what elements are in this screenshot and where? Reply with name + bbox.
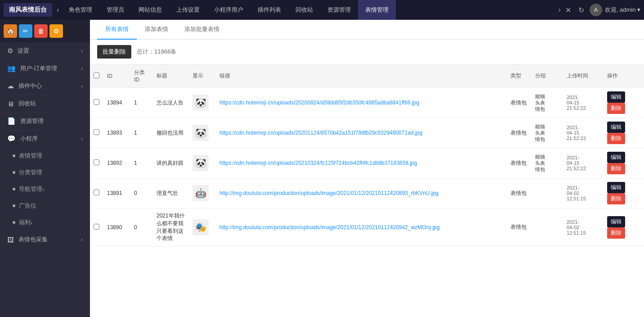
row-catid: 0 xyxy=(130,178,153,208)
sidebar-item-label: 插件中心 xyxy=(18,82,42,90)
sidebar-item-label: 用户-订单管理 xyxy=(20,64,57,72)
header-id: ID xyxy=(103,64,130,88)
tab-添加批量表情[interactable]: 添加批量表情 xyxy=(176,20,228,40)
row-actions: 编辑删除 xyxy=(604,88,644,118)
nav-right: ✕ ↻ A 欢迎, admin ▾ xyxy=(564,4,640,16)
edit-button[interactable]: 编辑 xyxy=(607,182,625,193)
nav-item-资源管理[interactable]: 资源管理 xyxy=(320,0,358,20)
image-link[interactable]: http://img.doutula.com/production/upload… xyxy=(219,190,438,196)
header-title: 标题 xyxy=(153,64,189,88)
sidebar-item-user-order[interactable]: 👥用户-订单管理› xyxy=(0,60,90,77)
dot-icon xyxy=(13,204,15,207)
edit-button[interactable]: ✏ xyxy=(19,24,32,38)
row-catid: 0 xyxy=(130,208,153,246)
delete-row-button[interactable]: 删除 xyxy=(607,163,625,174)
sidebar-item-category-manage[interactable]: 分类管理 xyxy=(0,164,90,181)
nav-item-角色管理[interactable]: 角色管理 xyxy=(62,0,99,20)
row-link: http://img.doutula.com/production/upload… xyxy=(216,178,507,208)
sidebar-item-miniapp[interactable]: 💬小程序› xyxy=(0,130,90,148)
refresh-icon[interactable]: ↻ xyxy=(577,4,586,16)
table-row: 1389002021年我什么都不要我只要看到这个表情🎭http://img.do… xyxy=(90,208,644,246)
nav-item-插件列表[interactable]: 插件列表 xyxy=(250,0,288,20)
row-title: 撤回也没用 xyxy=(153,118,189,148)
nav-item-表情管理[interactable]: 表情管理 xyxy=(358,0,396,20)
tab-添加表情[interactable]: 添加表情 xyxy=(137,20,176,40)
header-actions: 操作 xyxy=(604,64,644,88)
header-time: 上传时间 xyxy=(563,64,604,88)
delete-row-button[interactable]: 删除 xyxy=(607,133,625,144)
sidebar-item-emoji-collect[interactable]: 🖼表情包采集› xyxy=(0,231,90,249)
image-link[interactable]: https://cdn.hotemoji.cn/uploads/20201124… xyxy=(219,130,422,136)
home-button[interactable]: 🏠 xyxy=(4,24,17,38)
nav-item-小程序用户[interactable]: 小程序用户 xyxy=(207,0,250,20)
row-checkbox[interactable] xyxy=(94,159,99,165)
emoji-thumbnail: 🎭 xyxy=(192,219,209,235)
header-type: 类型 xyxy=(507,64,532,88)
tab-所有表情[interactable]: 所有表情 xyxy=(97,20,137,40)
sidebar-item-label: 分类管理 xyxy=(19,168,42,177)
chevron-right-icon: › xyxy=(81,48,83,54)
table-controls: 批量删除 总计：11968条 xyxy=(90,40,644,64)
sidebar-item-settings[interactable]: ⚙设置› xyxy=(0,42,90,60)
sidebar-item-resource[interactable]: 📄资源管理 xyxy=(0,113,90,130)
row-group: 能猫 头表 情包 xyxy=(532,88,563,118)
nav-item-管理员[interactable]: 管理员 xyxy=(99,0,131,20)
row-actions: 编辑删除 xyxy=(604,178,644,208)
row-id: 13893 xyxy=(103,118,130,148)
edit-button[interactable]: 编辑 xyxy=(607,91,625,103)
sidebar-item-emoji-manage[interactable]: 表情管理 xyxy=(0,148,90,164)
select-all-checkbox[interactable] xyxy=(94,72,99,78)
delete-row-button[interactable]: 删除 xyxy=(607,227,625,239)
header-catid: 分类ID xyxy=(130,64,153,88)
sidebar-icon: ☁ xyxy=(7,82,14,90)
user-label: 欢迎, admin ▾ xyxy=(605,6,640,14)
row-checkbox[interactable] xyxy=(94,224,99,230)
settings-button[interactable]: ⚙ xyxy=(49,24,63,38)
row-display: 🤖 xyxy=(189,178,216,208)
row-checkbox[interactable] xyxy=(94,129,99,135)
sidebar-icon: 🖥 xyxy=(7,100,14,108)
row-checkbox[interactable] xyxy=(94,190,99,195)
nav-item-回收站[interactable]: 回收站 xyxy=(288,0,320,20)
total-count: 总计：11968条 xyxy=(137,48,176,56)
nav-item-上传设置[interactable]: 上传设置 xyxy=(169,0,207,20)
image-link[interactable]: https://cdn.hotemoji.cn/uploads/20210324… xyxy=(219,160,417,166)
delete-button[interactable]: 🗑 xyxy=(34,24,48,38)
row-catid: 1 xyxy=(130,118,153,148)
image-link[interactable]: https://cdn.hotemoji.cn/uploads/20200824… xyxy=(219,100,419,106)
sidebar-item-plugin-center[interactable]: ☁插件中心› xyxy=(0,77,90,95)
brand-logo: 南风表情后台 xyxy=(4,3,52,17)
chevron-right-icon: › xyxy=(42,186,44,193)
dot-icon xyxy=(13,171,15,174)
nav-next-arrow[interactable]: › xyxy=(555,6,563,14)
table-row: 138910理直气壮🤖http://img.doutula.com/produc… xyxy=(90,178,644,208)
delete-row-button[interactable]: 删除 xyxy=(607,193,625,204)
sidebar-item-welfare[interactable]: 福利› xyxy=(0,214,90,231)
nav-prev-arrow[interactable]: ‹ xyxy=(54,6,62,14)
row-type: 表情包 xyxy=(507,118,532,148)
chevron-right-icon: › xyxy=(31,219,32,226)
edit-button[interactable]: 编辑 xyxy=(607,216,625,227)
sidebar-item-nav-manage[interactable]: 导航管理› xyxy=(0,181,90,198)
top-nav: 南风表情后台 ‹ 角色管理管理员网站信息上传设置小程序用户插件列表回收站资源管理… xyxy=(0,0,644,20)
data-table: ID 分类ID 标题 显示 链接 类型 分组 上传时间 操作 138941怎么没… xyxy=(90,64,644,246)
image-link[interactable]: http://img.doutula.com/production/upload… xyxy=(219,224,440,231)
row-display: 🎭 xyxy=(189,208,216,246)
close-icon[interactable]: ✕ xyxy=(564,4,573,16)
row-link: https://cdn.hotemoji.cn/uploads/20210324… xyxy=(216,148,507,178)
dot-icon xyxy=(13,154,15,157)
user-info[interactable]: A 欢迎, admin ▾ xyxy=(590,4,640,16)
row-type: 表情包 xyxy=(507,208,532,246)
delete-row-button[interactable]: 删除 xyxy=(607,103,625,114)
row-checkbox[interactable] xyxy=(94,99,99,105)
sidebar-item-ad-manage[interactable]: 广告位 xyxy=(0,198,90,214)
row-actions: 编辑删除 xyxy=(604,118,644,148)
row-time: 2021- 04-02 12:51:15 xyxy=(563,178,604,208)
row-type: 表情包 xyxy=(507,148,532,178)
row-catid: 1 xyxy=(130,148,153,178)
edit-button[interactable]: 编辑 xyxy=(607,122,625,133)
sidebar-item-recycle[interactable]: 🖥回收站 xyxy=(0,95,90,113)
nav-item-网站信息[interactable]: 网站信息 xyxy=(131,0,169,20)
batch-delete-button[interactable]: 批量删除 xyxy=(97,45,131,59)
edit-button[interactable]: 编辑 xyxy=(607,152,625,163)
